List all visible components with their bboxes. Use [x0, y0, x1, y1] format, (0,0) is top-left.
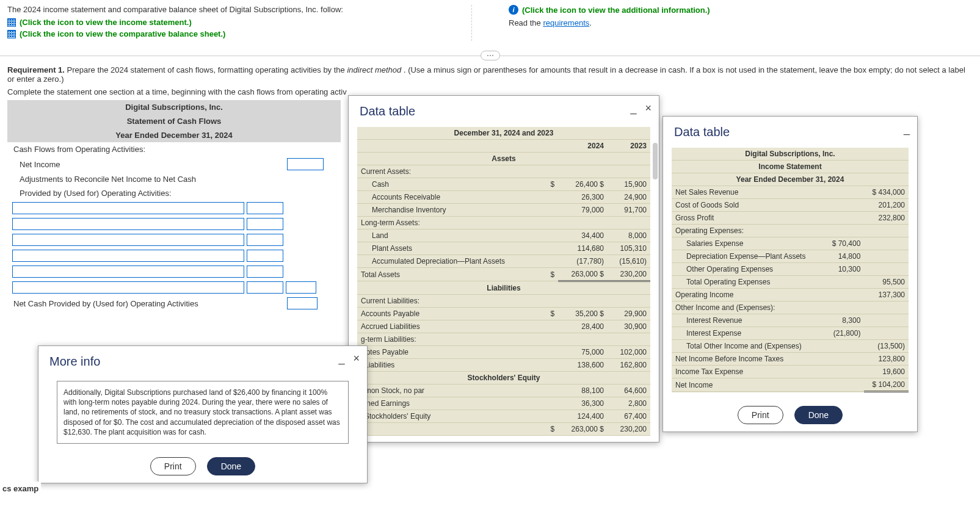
bs-pa-2023: 105,310 [608, 242, 650, 255]
adj-amount-input-1[interactable] [247, 202, 283, 214]
bs-ar-label: Accounts Receivable [357, 191, 544, 204]
income-statement-link[interactable]: (Click the icon to view the income state… [20, 18, 192, 27]
is-period: Year Ended December 31, 2024 [672, 173, 909, 186]
is-nsr-v: 434,000 [879, 188, 905, 197]
bs-period: December 31, 2024 and 2023 [357, 127, 650, 140]
bs-ap-label: Accounts Payable [357, 308, 544, 320]
balance-sheet-link[interactable]: (Click the icon to view the comparative … [20, 29, 225, 38]
bs-re-2024: 36,300 [558, 397, 608, 410]
is-ie-v: (21,800) [824, 327, 864, 340]
print-button[interactable]: Print [738, 406, 783, 424]
adj-amount-input-6[interactable] [247, 281, 283, 294]
bs-tlse-2023: 230,200 [608, 423, 650, 436]
bs-np-label: Notes Payable [357, 346, 544, 359]
minimize-icon[interactable]: _ [904, 123, 910, 135]
bs-tse-label: l Stockholders' Equity [357, 410, 544, 423]
adj-label-input-4[interactable] [12, 250, 244, 262]
is-stmt: Income Statement [672, 161, 909, 173]
adj-label-input-6[interactable] [12, 281, 244, 294]
is-toe: Total Operating Expenses [672, 276, 824, 289]
adj-label-input-5[interactable] [12, 266, 244, 278]
is-company: Digital Subscriptions, Inc. [672, 148, 909, 161]
ws-company: Digital Subscriptions, Inc. [7, 100, 341, 114]
done-button[interactable]: Done [794, 406, 843, 424]
is-cogs: Cost of Goods Sold [672, 199, 824, 212]
bs-cs-2023: 64,600 [608, 385, 650, 397]
bs-inv-2024: 79,000 [558, 204, 608, 217]
print-button[interactable]: Print [150, 457, 196, 475]
bs-np-2023: 102,000 [608, 346, 650, 359]
adj-amount-input-4[interactable] [247, 250, 283, 262]
bs-cs-label: nmon Stock, no par [357, 385, 544, 397]
is-opex: Operating Expenses: [672, 225, 909, 237]
is-ie: Interest Expense [672, 327, 824, 340]
adj-amount-input-2[interactable] [247, 218, 283, 230]
intro-text: The 2024 income statement and comparativ… [7, 5, 447, 14]
bs-ad-label: Accumulated Depreciation—Plant Assets [357, 255, 544, 268]
is-ni: Net Income [672, 378, 824, 392]
bs-cl: Current Liabilities: [357, 295, 650, 308]
done-button[interactable]: Done [207, 457, 255, 475]
bs-re-label: ained Earnings [357, 397, 544, 410]
adj-label-input-2[interactable] [12, 218, 244, 230]
close-icon[interactable]: × [645, 102, 652, 115]
info-icon[interactable]: i [509, 5, 518, 15]
adj-amount-input-3[interactable] [247, 234, 283, 246]
grid-icon[interactable] [7, 18, 16, 27]
is-dep-v: 14,800 [824, 250, 864, 263]
bs-land-label: Land [357, 229, 544, 242]
requirements-link[interactable]: requirements [543, 18, 589, 27]
is-dep: Depreciation Expense—Plant Assets [672, 250, 824, 263]
is-ooe-v: 10,300 [824, 263, 864, 276]
adj-amount-input-5[interactable] [247, 266, 283, 278]
requirement-text-a: Prepare the 2024 statement of cash flows… [67, 65, 347, 74]
bs-y2: 2023 [608, 140, 650, 153]
ws-netcash: Net Cash Provided by (Used for) Operatin… [11, 298, 249, 309]
is-ir-v: 8,300 [824, 314, 864, 327]
adj-total-input[interactable] [286, 281, 316, 294]
dollar: $ [544, 178, 558, 191]
more-info-modal: _ × More info Additionally, Digital Subs… [38, 345, 368, 483]
adj-label-input-1[interactable] [12, 202, 244, 214]
bs-tl-2024: 138,600 [558, 359, 608, 372]
bs-tse-2024: 124,400 [558, 410, 608, 423]
is-sal-v: 70,400 [838, 239, 861, 248]
bs-re-2023: 2,800 [608, 397, 650, 410]
bs-cs-2024: 88,100 [558, 385, 608, 397]
net-cash-input[interactable] [287, 297, 318, 309]
is-nsr: Net Sales Revenue [672, 186, 824, 199]
bs-tse-2023: 67,400 [608, 410, 650, 423]
bs-liab-hdr: Liabilities [357, 281, 650, 295]
is-nibt-v: 123,800 [864, 353, 909, 366]
minimize-icon[interactable]: _ [338, 352, 344, 365]
bs-ltl: g-term Liabilities: [357, 333, 650, 346]
is-modal-title: Data table [663, 117, 917, 145]
bs-y1: 2024 [558, 140, 608, 153]
bs-cash-2024: 26,400 [575, 180, 598, 189]
additional-info-link[interactable]: (Click the icon to view the additional i… [522, 5, 710, 15]
read-the-text: Read the [509, 18, 543, 27]
is-ite: Income Tax Expense [672, 366, 824, 378]
bs-ta-2024: 263,000 [572, 270, 598, 278]
bs-inv-2023: 91,700 [608, 204, 650, 217]
expand-icon[interactable] [481, 51, 500, 60]
bs-al-2023: 30,900 [608, 320, 650, 333]
adj-label-input-3[interactable] [12, 234, 244, 246]
scrollbar[interactable] [653, 143, 658, 179]
grid-icon[interactable] [7, 30, 16, 38]
close-icon[interactable]: × [353, 352, 360, 365]
is-sal: Salaries Expense [672, 237, 824, 250]
is-oi: Operating Income [672, 289, 824, 302]
bs-ap-2024: 35,200 [575, 309, 598, 318]
ws-adj2: Provided by (Used for) Operating Activit… [11, 187, 249, 199]
bs-np-2024: 75,000 [558, 346, 608, 359]
minimize-icon[interactable]: _ [630, 102, 636, 115]
bs-tlse-2024: 263,000 [572, 425, 598, 433]
balance-sheet-modal: _ × Data table December 31, 2024 and 202… [348, 95, 659, 442]
net-income-input[interactable] [287, 158, 324, 170]
bs-pa-2024: 114,680 [558, 242, 608, 255]
bs-lta: Long-term Assets: [357, 217, 650, 229]
is-ir: Interest Revenue [672, 314, 824, 327]
is-nibt: Net Income Before Income Taxes [672, 353, 824, 366]
bs-al-label: Accrued Liabilities [357, 320, 544, 333]
